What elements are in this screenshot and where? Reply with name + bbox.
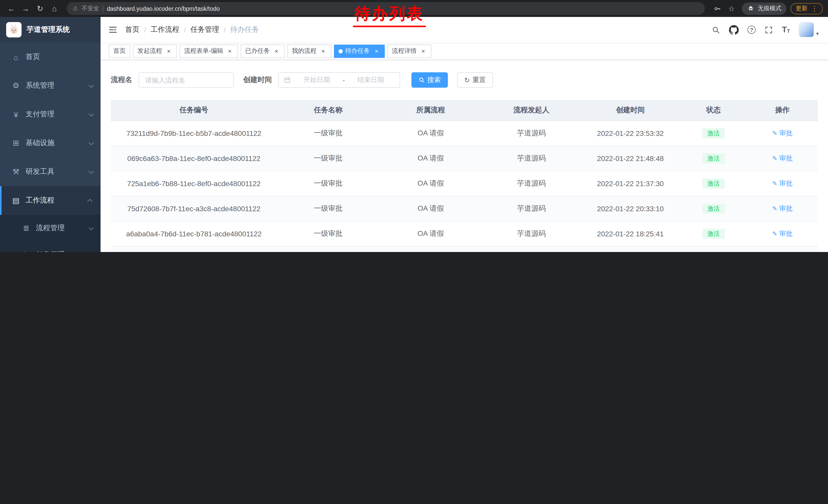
table-header-row: 任务编号 任务名称 所属流程 流程发起人 创建时间 状态 操作 — [111, 100, 818, 121]
sidebar-menu: ⌂ 首页 ⚙ 系统管理 ¥ 支付管理 ⊞ 基础设施 — [0, 43, 100, 252]
process-cell: OA 请假 — [379, 171, 482, 196]
breadcrumb-item-task-mgmt[interactable]: 任务管理 — [191, 25, 219, 34]
initiator-cell: 芋道源码 — [482, 221, 581, 246]
close-icon[interactable]: × — [165, 47, 172, 55]
created-time-cell: 2022-01-21 22:43:55 — [581, 246, 680, 252]
range-separator: - — [343, 76, 345, 84]
password-key-icon[interactable] — [711, 2, 723, 15]
update-button[interactable]: 更新 ⋮ — [791, 3, 823, 14]
tab-label: 首页 — [113, 47, 126, 55]
sidebar-item-system-mgmt[interactable]: ⚙ 系统管理 — [0, 71, 100, 100]
col-status: 状态 — [680, 100, 747, 121]
start-date-placeholder: 开始日期 — [293, 75, 341, 85]
status-badge: 激活 — [702, 228, 724, 239]
divider — [103, 5, 104, 12]
sidebar-item-dev-tools[interactable]: ⚒ 研发工具 — [0, 157, 100, 186]
action-cell: ✎ 审批 — [747, 221, 818, 246]
action-cell: ✎ 审批 — [747, 246, 818, 252]
reset-button-label: 重置 — [472, 75, 486, 85]
task-id-cell: a6aba0a4-7b6d-11ec-b781-acde48001122 — [111, 221, 277, 246]
browser-back-button[interactable]: ← — [5, 2, 17, 15]
browser-reload-button[interactable]: ↻ — [34, 2, 46, 15]
tab-process-detail[interactable]: 流程详情× — [387, 44, 431, 58]
sidebar-item-home[interactable]: ⌂ 首页 — [0, 43, 100, 71]
edit-icon: ✎ — [772, 154, 777, 162]
search-icon[interactable] — [711, 26, 720, 34]
breadcrumb-item-workflow[interactable]: 工作流程 — [151, 25, 179, 34]
col-initiator: 流程发起人 — [482, 100, 581, 121]
process-cell: OA 请假 — [379, 221, 482, 246]
browser-menu-icon[interactable]: ⋮ — [811, 5, 818, 12]
close-icon[interactable]: × — [273, 47, 280, 55]
task-name-cell: 一级审批 — [277, 146, 380, 171]
tags-view: 首页 发起流程× 流程表单-编辑× 已办任务× 我的流程× 待办任务× 流程详情… — [100, 43, 828, 60]
edit-icon: ✎ — [772, 130, 777, 137]
status-badge: 激活 — [702, 178, 724, 188]
task-id-cell: 8f0d1619-7ac8-11ec-a9e2-a2380e71991a — [111, 246, 277, 252]
tab-done-tasks[interactable]: 已办任务× — [241, 44, 285, 58]
approve-link[interactable]: ✎ 审批 — [772, 229, 792, 237]
status-cell: 激活 — [680, 246, 747, 252]
close-icon[interactable]: × — [420, 47, 427, 55]
tab-todo-tasks[interactable]: 待办任务× — [334, 44, 385, 58]
fullscreen-icon[interactable] — [764, 26, 773, 34]
sidebar-item-label: 首页 — [26, 52, 40, 61]
created-time-cell: 2022-01-22 21:37:30 — [581, 171, 680, 196]
browser-home-button[interactable]: ⌂ — [48, 2, 60, 15]
screen: ← → ↻ ⌂ ⚠ 不安全 dashboard.yudao.iocoder.cn… — [0, 0, 828, 252]
flag-icon: ⚑ — [20, 250, 32, 252]
github-icon[interactable] — [729, 25, 739, 35]
close-icon[interactable]: × — [226, 47, 234, 55]
create-time-label: 创建时间 — [243, 75, 272, 85]
edit-icon: ✎ — [772, 205, 777, 212]
address-bar[interactable]: ⚠ 不安全 dashboard.yudao.iocoder.cn/bpm/tas… — [67, 2, 705, 15]
sidebar-item-infrastructure[interactable]: ⊞ 基础设施 — [0, 129, 100, 157]
action-cell: ✎ 审批 — [747, 171, 818, 196]
initiator-cell: 芋道源码 — [482, 146, 581, 171]
sidebar-item-task-mgmt[interactable]: ⚑ 任务管理 — [0, 241, 100, 252]
user-avatar-dropdown[interactable]: ▾ — [799, 22, 819, 37]
end-date-placeholder: 结束日期 — [347, 75, 395, 85]
table-row: 8f0d1619-7ac8-11ec-a9e2-a2380e71991a1.2测… — [111, 246, 818, 252]
tab-home[interactable]: 首页 — [109, 44, 130, 58]
status-badge: 激活 — [702, 153, 724, 163]
approve-link[interactable]: ✎ 审批 — [772, 129, 792, 137]
grid-icon: ⊞ — [10, 138, 22, 148]
tab-label: 待办任务 — [345, 47, 370, 55]
date-range-picker[interactable]: 开始日期 - 结束日期 — [278, 72, 400, 88]
breadcrumb-item-home[interactable]: 首页 — [125, 25, 139, 34]
approve-link[interactable]: ✎ 审批 — [772, 179, 792, 187]
logo[interactable]: 芋道管理系统 — [0, 17, 100, 43]
initiator-cell: 芋道源码 — [482, 246, 581, 252]
font-size-icon[interactable]: TT — [782, 26, 790, 34]
font-size-small-glyph: T — [787, 29, 790, 34]
tab-my-process[interactable]: 我的流程× — [287, 44, 331, 58]
created-time-cell: 2022-01-22 21:48:48 — [581, 146, 680, 171]
tab-initiate-process[interactable]: 发起流程× — [133, 44, 177, 58]
security-label[interactable]: 不安全 — [82, 5, 99, 12]
browser-forward-button[interactable]: → — [19, 2, 32, 15]
close-icon[interactable]: × — [320, 47, 327, 55]
incognito-label: 无痕模式 — [758, 5, 781, 12]
sidebar-item-payment-mgmt[interactable]: ¥ 支付管理 — [0, 100, 100, 129]
briefcase-icon: ▤ — [10, 196, 22, 205]
sidebar-item-label: 流程管理 — [36, 224, 65, 233]
process-name-input[interactable] — [138, 72, 234, 88]
process-cell: OA 请假 — [379, 146, 482, 171]
sidebar-item-process-mgmt[interactable]: ≣ 流程管理 — [0, 215, 100, 241]
approve-link[interactable]: ✎ 审批 — [772, 204, 792, 212]
tab-label: 已办任务 — [245, 47, 270, 55]
sidebar-collapse-button[interactable] — [108, 25, 118, 35]
font-size-large-glyph: T — [782, 26, 787, 34]
search-button[interactable]: 搜索 — [411, 72, 448, 88]
gear-icon: ⚙ — [10, 81, 22, 90]
tab-process-form-edit[interactable]: 流程表单-编辑× — [179, 44, 238, 58]
sidebar-item-workflow[interactable]: ▤ 工作流程 — [0, 186, 100, 215]
close-icon[interactable]: × — [373, 47, 380, 55]
filter-bar: 流程名 创建时间 开始日期 - 结束日期 搜索 ↻ — [111, 72, 818, 88]
approve-link[interactable]: ✎ 审批 — [772, 154, 792, 162]
bookmark-star-icon[interactable]: ☆ — [726, 2, 738, 15]
reset-button[interactable]: ↻ 重置 — [457, 72, 493, 88]
help-icon[interactable]: ? — [747, 26, 756, 34]
process-cell: OA 请假 — [379, 121, 482, 146]
